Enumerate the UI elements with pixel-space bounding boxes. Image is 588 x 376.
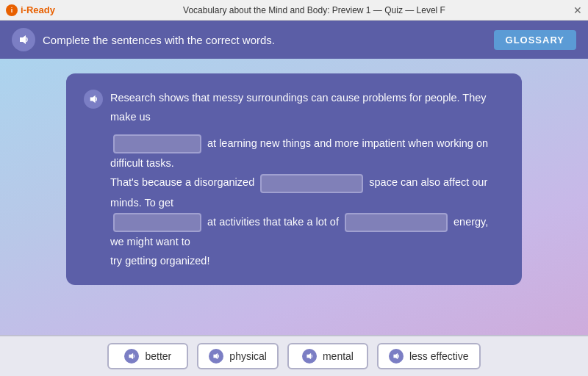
title-bar: i i-Ready Vocabulary about the Mind and … — [0, 0, 588, 21]
svg-marker-2 — [129, 353, 134, 360]
word-label-less-effective: less effective — [409, 350, 469, 362]
word-audio-physical[interactable] — [209, 349, 223, 364]
passage-line2: at learning new things and more impatien… — [110, 134, 504, 173]
glossary-button[interactable]: GLOSSARY — [494, 30, 576, 50]
passage-speaker-icon — [89, 95, 98, 104]
passage-audio-button[interactable] — [84, 90, 103, 109]
word-card-better[interactable]: better — [107, 343, 188, 369]
blank-4[interactable] — [345, 213, 448, 232]
passage-body: at learning new things and more impatien… — [84, 134, 504, 270]
app-name: i-Ready — [21, 4, 55, 15]
word-audio-less-effective[interactable] — [389, 349, 404, 364]
svg-marker-3 — [214, 353, 218, 360]
word-bank: betterphysicalmentalless effective — [0, 335, 588, 376]
word-label-mental: mental — [323, 350, 354, 362]
blank-3[interactable] — [113, 213, 201, 232]
window-title: Vocabulary about the Mind and Body: Prev… — [183, 5, 445, 15]
passage-line4: at activities that take a lot of energy,… — [110, 212, 504, 251]
word-audio-better[interactable] — [124, 349, 139, 364]
word-card-mental[interactable]: mental — [287, 343, 368, 369]
svg-marker-4 — [306, 353, 311, 360]
svg-marker-1 — [90, 95, 96, 103]
blank-2[interactable] — [260, 174, 363, 193]
word-card-physical[interactable]: physical — [197, 343, 279, 369]
close-button[interactable]: ✕ — [573, 4, 582, 16]
passage-line3: That's because a disorganized space can … — [110, 173, 504, 212]
app-logo: i i-Ready — [6, 4, 55, 16]
speaker-icon — [18, 35, 29, 45]
word-card-less-effective[interactable]: less effective — [377, 343, 481, 369]
logo-icon: i — [6, 4, 18, 16]
blank-1[interactable] — [113, 134, 201, 153]
svg-marker-5 — [393, 353, 398, 360]
passage-line5: try getting organized! — [110, 251, 504, 270]
passage-line1: Research shows that messy surroundings c… — [110, 88, 504, 126]
header-instruction-container: Complete the sentences with the correct … — [12, 28, 275, 51]
instruction-text: Complete the sentences with the correct … — [43, 34, 275, 46]
main-content: Research shows that messy surroundings c… — [0, 59, 588, 335]
header-audio-button[interactable] — [12, 28, 35, 51]
passage-header: Research shows that messy surroundings c… — [84, 88, 504, 126]
word-label-better: better — [145, 350, 171, 362]
word-audio-mental[interactable] — [302, 349, 317, 364]
header-bar: Complete the sentences with the correct … — [0, 21, 588, 59]
passage-card: Research shows that messy surroundings c… — [66, 73, 522, 285]
word-label-physical: physical — [229, 350, 267, 362]
svg-marker-0 — [20, 35, 26, 44]
